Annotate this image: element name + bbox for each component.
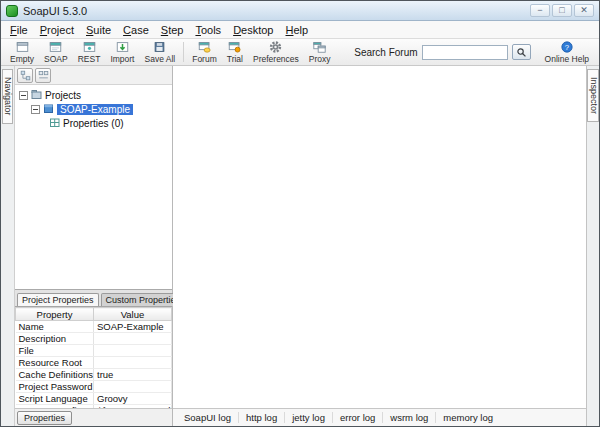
toolbar-button-label: REST bbox=[78, 55, 101, 64]
tree-node-properties[interactable]: Properties (0) bbox=[15, 116, 172, 130]
column-header-property[interactable]: Property bbox=[16, 308, 94, 321]
menu-tools[interactable]: Tools bbox=[189, 23, 227, 37]
tab-http-log[interactable]: http log bbox=[239, 412, 285, 423]
forum-button[interactable]: Forum bbox=[187, 39, 222, 65]
import-project-button[interactable]: Import bbox=[105, 39, 139, 65]
left-bottom-bar: Properties bbox=[15, 408, 172, 426]
value-cell[interactable] bbox=[94, 333, 172, 345]
navigator-strip: Navigator bbox=[1, 66, 15, 426]
menu-case[interactable]: Case bbox=[117, 23, 155, 37]
properties-table-container: Property Value NameSOAP-Example Descript… bbox=[15, 306, 172, 408]
maximize-button[interactable]: □ bbox=[552, 4, 572, 17]
collapse-handle-icon[interactable] bbox=[19, 91, 28, 100]
window-title: SoapUI 5.3.0 bbox=[23, 5, 525, 17]
value-cell[interactable] bbox=[94, 357, 172, 369]
value-cell[interactable]: true bbox=[94, 369, 172, 381]
property-cell[interactable]: Resource Root bbox=[16, 357, 94, 369]
value-cell[interactable] bbox=[94, 381, 172, 393]
toolbar-button-label: Trial bbox=[227, 55, 243, 64]
properties-tab-bar: Project Properties Custom Properties bbox=[15, 290, 172, 306]
inspector-tab[interactable]: Inspector bbox=[587, 69, 599, 122]
property-cell[interactable]: Name bbox=[16, 321, 94, 333]
tree-node-label[interactable]: Properties (0) bbox=[63, 118, 124, 129]
menu-help[interactable]: Help bbox=[280, 23, 315, 37]
table-row[interactable]: Script LanguageGroovy bbox=[16, 393, 172, 405]
search-forum-label: Search Forum bbox=[354, 47, 417, 58]
toolbar-button-label: Proxy bbox=[309, 55, 331, 64]
collapse-all-button[interactable] bbox=[35, 68, 51, 83]
tree-node-projects[interactable]: Projects bbox=[15, 88, 172, 102]
tab-error-log[interactable]: error log bbox=[333, 412, 383, 423]
window-controls: − □ ✕ bbox=[530, 4, 594, 17]
toolbar-button-label: Import bbox=[110, 55, 134, 64]
workspace-panel: SoapUI log http log jetty log error log … bbox=[173, 66, 586, 426]
toolbar-button-label: Forum bbox=[192, 55, 217, 64]
table-row[interactable]: File bbox=[16, 345, 172, 357]
tree-node-label[interactable]: Projects bbox=[45, 90, 81, 101]
search-forum-input[interactable] bbox=[422, 45, 508, 60]
table-header-row: Property Value bbox=[16, 308, 172, 321]
property-cell[interactable]: Script Language bbox=[16, 393, 94, 405]
magnifier-icon bbox=[516, 47, 527, 58]
properties-toggle-button[interactable]: Properties bbox=[17, 411, 72, 425]
expand-all-button[interactable] bbox=[17, 68, 33, 83]
preferences-gear-icon bbox=[268, 40, 283, 54]
menu-file[interactable]: File bbox=[4, 23, 34, 37]
value-cell[interactable]: Groovy bbox=[94, 393, 172, 405]
project-properties-table: Property Value NameSOAP-Example Descript… bbox=[15, 307, 172, 408]
column-header-value[interactable]: Value bbox=[94, 308, 172, 321]
toolbar-button-label: Preferences bbox=[253, 55, 299, 64]
help-question-icon: ? bbox=[561, 41, 573, 53]
tab-wsrm-log[interactable]: wsrm log bbox=[383, 412, 436, 423]
save-all-button[interactable]: Save All bbox=[139, 39, 180, 65]
soap-project-button[interactable]: SOAP bbox=[39, 39, 73, 65]
svg-text:?: ? bbox=[565, 42, 569, 51]
menu-step[interactable]: Step bbox=[155, 23, 190, 37]
search-forum-button[interactable] bbox=[512, 44, 531, 60]
property-cell[interactable]: Description bbox=[16, 333, 94, 345]
menu-suite[interactable]: Suite bbox=[80, 23, 117, 37]
forum-icon bbox=[197, 40, 212, 54]
trial-icon bbox=[227, 40, 242, 54]
menu-desktop[interactable]: Desktop bbox=[227, 23, 279, 37]
tab-jetty-log[interactable]: jetty log bbox=[285, 412, 333, 423]
table-row[interactable]: NameSOAP-Example bbox=[16, 321, 172, 333]
tree-node-soap-example[interactable]: SOAP-Example bbox=[15, 102, 172, 116]
tree-node-label-selected[interactable]: SOAP-Example bbox=[57, 104, 133, 115]
table-row[interactable]: Project Password bbox=[16, 381, 172, 393]
property-cell[interactable]: File bbox=[16, 345, 94, 357]
minimize-button[interactable]: − bbox=[530, 4, 550, 17]
property-cell[interactable]: Cache Definitions bbox=[16, 369, 94, 381]
tab-memory-log[interactable]: memory log bbox=[436, 412, 500, 423]
title-bar: SoapUI 5.3.0 − □ ✕ bbox=[1, 1, 599, 21]
collapse-handle-icon[interactable] bbox=[31, 105, 40, 114]
value-cell[interactable] bbox=[94, 345, 172, 357]
menu-project[interactable]: Project bbox=[34, 23, 80, 37]
project-properties-panel: Project Properties Custom Properties Pro… bbox=[15, 290, 172, 408]
preferences-button[interactable]: Preferences bbox=[248, 39, 304, 65]
mdi-desktop[interactable] bbox=[173, 66, 586, 408]
navigator-tree: Projects SOAP-Example Properties (0) bbox=[15, 84, 172, 290]
close-button[interactable]: ✕ bbox=[574, 4, 594, 17]
toolbar-button-label: Save All bbox=[144, 55, 175, 64]
table-row[interactable]: Cache Definitionstrue bbox=[16, 369, 172, 381]
empty-project-button[interactable]: Empty bbox=[5, 39, 39, 65]
log-tab-bar: SoapUI log http log jetty log error log … bbox=[173, 408, 586, 426]
proxy-button[interactable]: Proxy bbox=[304, 39, 336, 65]
collapse-tree-icon bbox=[38, 70, 49, 81]
table-row[interactable]: Resource Root bbox=[16, 357, 172, 369]
toolbar-button-label: SOAP bbox=[44, 55, 68, 64]
toolbar-right-group: Search Forum ? Online Help bbox=[354, 41, 595, 64]
table-row[interactable]: Description bbox=[16, 333, 172, 345]
value-cell[interactable]: SOAP-Example bbox=[94, 321, 172, 333]
inspector-strip: Inspector bbox=[586, 66, 599, 426]
tab-project-properties[interactable]: Project Properties bbox=[17, 293, 99, 306]
rest-project-button[interactable]: REST bbox=[73, 39, 106, 65]
menu-bar: File Project Suite Case Step Tools Deskt… bbox=[1, 21, 599, 39]
property-cell[interactable]: Project Password bbox=[16, 381, 94, 393]
tab-soapui-log[interactable]: SoapUI log bbox=[177, 412, 239, 423]
toolbar-button-label: Empty bbox=[10, 55, 34, 64]
online-help-button[interactable]: ? Online Help bbox=[535, 41, 595, 64]
navigator-tab[interactable]: Navigator bbox=[2, 69, 14, 124]
trial-button[interactable]: Trial bbox=[222, 39, 248, 65]
